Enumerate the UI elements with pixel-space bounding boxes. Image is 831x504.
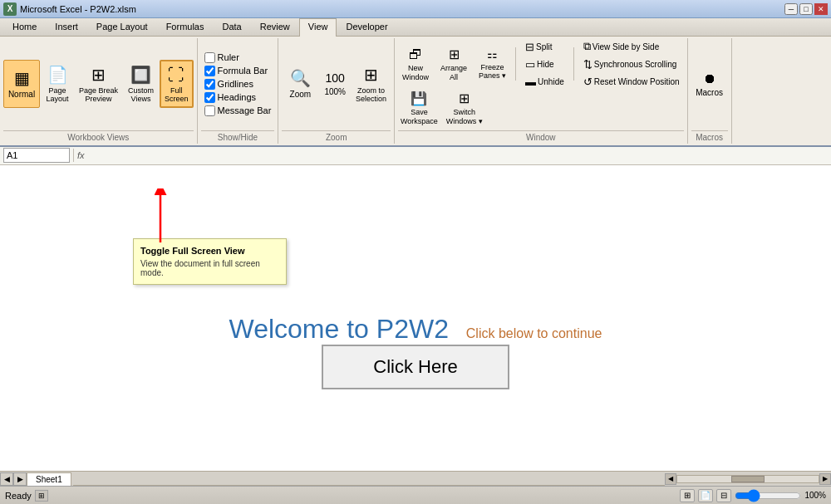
freeze-panes-icon: ⚏ bbox=[487, 47, 498, 61]
status-left: Ready ⊞ bbox=[5, 490, 48, 502]
custom-views-button[interactable]: 🔲 CustomViews bbox=[124, 60, 158, 108]
macros-button[interactable]: ⏺ Macros bbox=[691, 60, 728, 108]
app-icon: X bbox=[3, 2, 17, 16]
workbook-views-label: Workbook Views bbox=[3, 130, 194, 142]
hide-icon: ▭ bbox=[525, 58, 535, 71]
gridlines-checkbox[interactable] bbox=[204, 79, 215, 90]
message-bar-checkbox[interactable] bbox=[204, 105, 215, 116]
ribbon: Home Insert Page Layout Formulas Data Re… bbox=[0, 18, 831, 147]
side-by-side-icon: ⧉ bbox=[583, 40, 591, 53]
scroll-tabs-left-button[interactable]: ◀ bbox=[0, 472, 13, 486]
arrange-all-label: ArrangeAll bbox=[440, 64, 467, 82]
tooltip-description: View the document in full screen mode. bbox=[140, 259, 279, 277]
full-screen-label: FullScreen bbox=[165, 86, 189, 105]
page-layout-status-button[interactable]: 📄 bbox=[698, 489, 713, 502]
ribbon-content: ▦ Normal 📄 PageLayout ⊞ Page BreakPrevie… bbox=[0, 37, 831, 145]
zoom-100-button[interactable]: 100 100% bbox=[320, 60, 350, 108]
ruler-checkbox-label[interactable]: Ruler bbox=[204, 52, 272, 63]
zoom-selection-icon: ⊞ bbox=[364, 65, 378, 85]
zoom-label: Zoom bbox=[282, 130, 391, 142]
hide-button[interactable]: ▭ Hide bbox=[521, 56, 568, 72]
welcome-title: Welcome to P2W2 Click below to continue bbox=[229, 314, 602, 344]
switch-windows-icon: ⊞ bbox=[459, 91, 470, 106]
page-layout-label: PageLayout bbox=[46, 86, 68, 105]
scrollbar-thumb[interactable] bbox=[731, 476, 765, 482]
zoom-button[interactable]: 🔍 Zoom bbox=[282, 60, 318, 108]
split-icon: ⊟ bbox=[525, 41, 534, 53]
unhide-button[interactable]: ▬ Unhide bbox=[521, 74, 568, 90]
tab-data[interactable]: Data bbox=[213, 18, 250, 36]
close-button[interactable]: ✕ bbox=[814, 3, 828, 15]
name-box[interactable] bbox=[3, 148, 70, 163]
formula-bar-checkbox-label[interactable]: Formula Bar bbox=[204, 66, 272, 76]
synchronous-scrolling-button[interactable]: ⇅ Synchronous Scrolling bbox=[579, 56, 684, 72]
click-here-button[interactable]: Click Here bbox=[322, 345, 509, 389]
reset-window-icon: ↺ bbox=[583, 76, 593, 88]
message-bar-checkbox-label[interactable]: Message Bar bbox=[204, 105, 272, 116]
sheet-tabs-area: ◀ ▶ Sheet1 ◀ ▶ bbox=[0, 471, 831, 486]
headings-checkbox-label[interactable]: Headings bbox=[204, 92, 272, 103]
formula-bar-checkbox[interactable] bbox=[204, 66, 215, 76]
ruler-checkbox[interactable] bbox=[204, 52, 215, 63]
normal-view-label: Normal bbox=[8, 90, 35, 100]
page-break-status-button[interactable]: ⊟ bbox=[716, 489, 731, 502]
tab-formulas[interactable]: Formulas bbox=[157, 18, 214, 36]
sync-scroll-icon: ⇅ bbox=[583, 58, 593, 71]
sheet-tab-1[interactable]: Sheet1 bbox=[27, 472, 71, 486]
tab-view[interactable]: View bbox=[299, 18, 337, 37]
new-window-button[interactable]: 🗗 NewWindow bbox=[398, 40, 433, 88]
status-bar: Ready ⊞ ⊞ 📄 ⊟ 100% bbox=[0, 486, 831, 504]
full-screen-button[interactable]: ⛶ FullScreen bbox=[160, 60, 194, 108]
save-workspace-icon: 💾 bbox=[411, 91, 427, 106]
view-side-by-side-label: View Side by Side bbox=[593, 42, 659, 51]
status-text: Ready bbox=[5, 491, 32, 501]
show-hide-label: Show/Hide bbox=[201, 130, 275, 142]
macros-label: Macros bbox=[696, 88, 723, 98]
tooltip: Toggle Full Screen View View the documen… bbox=[133, 238, 287, 285]
scroll-left-button[interactable]: ◀ bbox=[665, 473, 676, 485]
headings-checkbox[interactable] bbox=[204, 92, 215, 103]
normal-view-status-button[interactable]: ⊞ bbox=[680, 489, 695, 502]
new-window-icon: 🗗 bbox=[409, 46, 422, 62]
gridlines-checkbox-label[interactable]: Gridlines bbox=[204, 79, 272, 90]
table-icon: ⊞ bbox=[38, 492, 45, 500]
macros-buttons: ⏺ Macros bbox=[691, 40, 728, 129]
workbook-views-buttons: ▦ Normal 📄 PageLayout ⊞ Page BreakPrevie… bbox=[3, 40, 194, 129]
scroll-tabs-right-button[interactable]: ▶ bbox=[13, 472, 27, 486]
scrollbar-track[interactable] bbox=[676, 475, 819, 483]
switch-windows-button[interactable]: ⊞ SwitchWindows ▾ bbox=[444, 88, 485, 129]
page-layout-button[interactable]: 📄 PageLayout bbox=[42, 60, 73, 108]
minimize-button[interactable]: ─ bbox=[784, 3, 798, 15]
normal-view-button[interactable]: ▦ Normal bbox=[3, 60, 40, 108]
page-break-preview-button[interactable]: ⊞ Page BreakPreview bbox=[75, 60, 122, 108]
save-workspace-button[interactable]: 💾 SaveWorkspace bbox=[398, 88, 440, 129]
tab-home[interactable]: Home bbox=[3, 18, 46, 36]
save-workspace-label: SaveWorkspace bbox=[401, 108, 438, 126]
maximize-button[interactable]: □ bbox=[799, 3, 813, 15]
scroll-right-button[interactable]: ▶ bbox=[819, 473, 831, 485]
arrange-all-button[interactable]: ⊞ ArrangeAll bbox=[436, 40, 471, 88]
window-group-label: Window bbox=[398, 130, 684, 142]
tab-page-layout[interactable]: Page Layout bbox=[87, 18, 157, 36]
arrange-all-icon: ⊞ bbox=[449, 46, 460, 62]
zoom-group: 🔍 Zoom 100 100% ⊞ Zoom toSelection Zoom bbox=[278, 38, 395, 144]
welcome-subtitle: Click below to continue bbox=[466, 326, 602, 340]
formula-input[interactable] bbox=[88, 148, 828, 163]
formula-bar: fx bbox=[0, 147, 831, 165]
tab-developer[interactable]: Developer bbox=[337, 18, 396, 36]
zoom-icon: 🔍 bbox=[290, 68, 311, 88]
zoom-selection-button[interactable]: ⊞ Zoom toSelection bbox=[352, 60, 391, 108]
zoom-slider[interactable] bbox=[735, 490, 801, 502]
split-label: Split bbox=[536, 42, 552, 51]
window-buttons: 🗗 NewWindow ⊞ ArrangeAll ⚏ FreezePanes ▾ bbox=[398, 40, 684, 88]
split-button[interactable]: ⊟ Split bbox=[521, 39, 568, 55]
freeze-panes-button[interactable]: ⚏ FreezePanes ▾ bbox=[475, 40, 510, 88]
tab-insert[interactable]: Insert bbox=[46, 18, 87, 36]
horizontal-scrollbar[interactable]: ◀ ▶ bbox=[665, 473, 831, 485]
zoom-label: Zoom bbox=[290, 90, 312, 100]
tab-review[interactable]: Review bbox=[251, 18, 299, 36]
welcome-container: Welcome to P2W2 Click below to continue … bbox=[0, 165, 831, 471]
view-side-by-side-button[interactable]: ⧉ View Side by Side bbox=[579, 38, 684, 55]
window-far-right-stack: ⧉ View Side by Side ⇅ Synchronous Scroll… bbox=[579, 40, 684, 88]
custom-views-icon: 🔲 bbox=[130, 65, 151, 85]
